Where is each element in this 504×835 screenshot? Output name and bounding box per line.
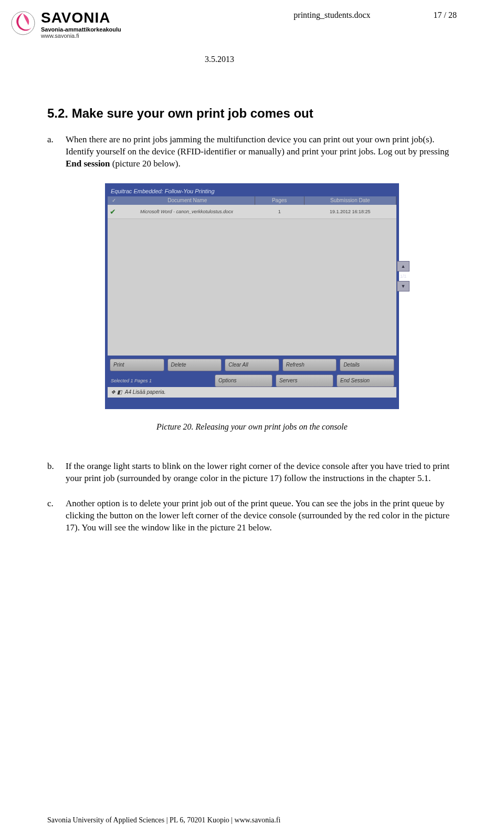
logo-text-sub1: Savonia-ammattikorkeakoulu bbox=[41, 26, 121, 33]
scroll-down-button[interactable]: ▼ bbox=[397, 281, 410, 291]
list-item-b: b. If the orange light starts to blink o… bbox=[66, 461, 457, 485]
delete-button[interactable]: Delete bbox=[167, 359, 222, 371]
doc-date: 3.5.2013 bbox=[205, 55, 457, 64]
logo-text-sub2: www.savonia.fi bbox=[41, 33, 121, 39]
savonia-logo-icon bbox=[10, 11, 36, 36]
figure-20: Equitrac Embedded: Follow-You Printing ✓… bbox=[47, 183, 457, 409]
print-button[interactable]: Print bbox=[110, 359, 164, 371]
svg-point-0 bbox=[12, 12, 35, 35]
ss-status-bar: ❖ ◧ A4 Lisää paperia. bbox=[108, 387, 396, 398]
pager-text: 1/1 bbox=[400, 274, 407, 279]
ss-status-text: A4 Lisää paperia. bbox=[125, 389, 166, 395]
options-button[interactable]: Options bbox=[215, 374, 272, 387]
logo-block: SAVONIA Savonia-ammattikorkeakoulu www.s… bbox=[10, 11, 121, 39]
paper-icon: ❖ ◧ bbox=[111, 389, 122, 395]
page-footer: Savonia University of Applied Sciences |… bbox=[47, 816, 280, 824]
ss-job-name: Microsoft Word - canon_verkkotulostus.do… bbox=[118, 209, 255, 214]
refresh-button[interactable]: Refresh bbox=[282, 359, 337, 371]
servers-button[interactable]: Servers bbox=[276, 374, 333, 387]
figure-caption: Picture 20. Releasing your own print job… bbox=[47, 422, 457, 432]
ss-job-date: 19.1.2012 16:18:25 bbox=[303, 209, 396, 214]
list-item-c: c. Another option is to delete your prin… bbox=[66, 498, 457, 534]
header-meta: printing_students.docx 17 / 28 bbox=[293, 11, 457, 20]
checkmark-icon: ✔ bbox=[108, 207, 118, 216]
section-title: 5.2. Make sure your own print job comes … bbox=[47, 106, 457, 121]
logo-text-main: SAVONIA bbox=[41, 11, 121, 25]
ss-column-headers: ✓ Document Name Pages Submission Date bbox=[108, 196, 396, 205]
bold-end-session: End session bbox=[66, 159, 110, 169]
list-marker: a. bbox=[47, 134, 54, 146]
scroll-up-button[interactable]: ▲ bbox=[397, 261, 410, 272]
ss-col-docname: Document Name bbox=[120, 196, 255, 205]
list-item-a: a. When there are no print jobs jamming … bbox=[66, 134, 457, 170]
ss-window-title: Equitrac Embedded: Follow-You Printing bbox=[108, 186, 396, 196]
ss-job-pages: 1 bbox=[255, 209, 303, 214]
details-button[interactable]: Details bbox=[340, 359, 394, 371]
ss-col-date: Submission Date bbox=[304, 196, 396, 205]
end-session-button[interactable]: End Session bbox=[337, 374, 394, 387]
ss-selected-label: Selected 1 Pages 1 bbox=[108, 377, 215, 384]
ss-col-pages: Pages bbox=[255, 196, 304, 205]
page-indicator: 17 / 28 bbox=[434, 11, 457, 20]
ss-job-list-body: ▲ 1/1 ▼ bbox=[108, 219, 396, 356]
printer-console-screenshot: Equitrac Embedded: Follow-You Printing ✓… bbox=[105, 183, 399, 409]
ss-job-row[interactable]: ✔ Microsoft Word - canon_verkkotulostus.… bbox=[108, 205, 396, 219]
clear-all-button[interactable]: Clear All bbox=[225, 359, 279, 371]
list-marker: c. bbox=[47, 498, 54, 510]
doc-filename: printing_students.docx bbox=[293, 11, 370, 20]
list-marker: b. bbox=[47, 461, 54, 473]
